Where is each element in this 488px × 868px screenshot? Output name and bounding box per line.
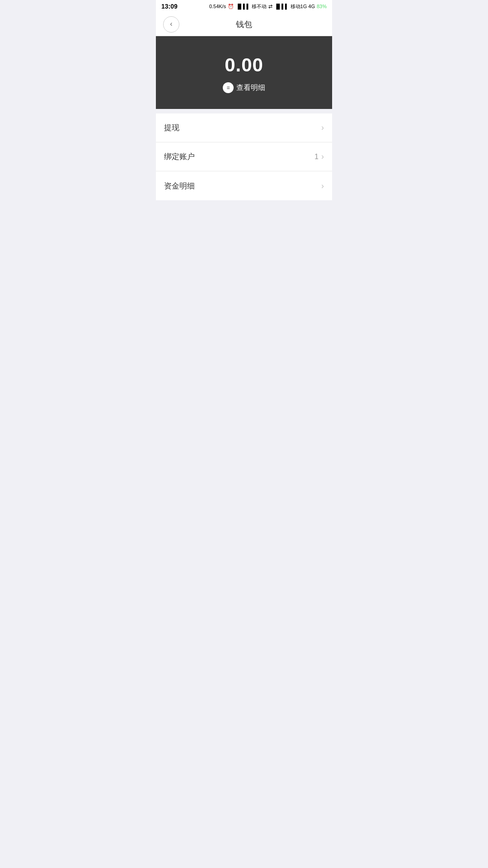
wallet-amount: 0.00 [225,54,263,76]
menu-list: 提现 › 绑定账户 1 › 资金明细 › [156,113,332,200]
fund-detail-right: › [321,181,324,191]
nav-header: ‹ 钱包 [156,13,332,36]
swap-icon: ⇄ [268,4,272,9]
carrier1-label: 移不动 [252,3,267,10]
detail-label: 查看明细 [236,83,265,93]
menu-item-bind-account[interactable]: 绑定账户 1 › [156,142,332,171]
section-separator [156,109,332,113]
bind-account-right: 1 › [314,152,324,161]
alarm-icon: ⏰ [228,4,234,9]
battery-icon: 83% [317,4,327,9]
signal1-icon: ▐▌▌▌ [236,4,250,9]
status-icons: 0.54K/s ⏰ ▐▌▌▌ 移不动 ⇄ ▐▌▌▌ 移动1G 4G 83% [209,3,327,10]
fund-detail-chevron-icon: › [321,181,324,191]
back-chevron-icon: ‹ [170,20,172,28]
withdraw-chevron-icon: › [321,123,324,132]
document-icon: ≡ [226,85,230,91]
wallet-banner: 0.00 ≡ 查看明细 [156,36,332,109]
detail-icon: ≡ [223,82,234,93]
view-detail-button[interactable]: ≡ 查看明细 [223,82,265,93]
menu-item-fund-detail[interactable]: 资金明细 › [156,171,332,200]
network-speed: 0.54K/s [209,4,226,9]
page-title: 钱包 [236,19,252,30]
back-button[interactable]: ‹ [163,16,179,33]
withdraw-label: 提现 [164,123,179,133]
bind-account-chevron-icon: › [321,152,324,161]
content-area [156,200,332,426]
status-time: 13:09 [161,3,178,10]
bind-account-label: 绑定账户 [164,151,195,162]
signal2-icon: ▐▌▌▌ [274,4,288,9]
menu-item-withdraw[interactable]: 提现 › [156,113,332,142]
withdraw-right: › [321,123,324,132]
fund-detail-label: 资金明细 [164,181,195,191]
bind-account-badge: 1 [314,153,319,161]
status-bar: 13:09 0.54K/s ⏰ ▐▌▌▌ 移不动 ⇄ ▐▌▌▌ 移动1G 4G … [156,0,332,13]
carrier2-label: 移动1G 4G [291,3,315,10]
